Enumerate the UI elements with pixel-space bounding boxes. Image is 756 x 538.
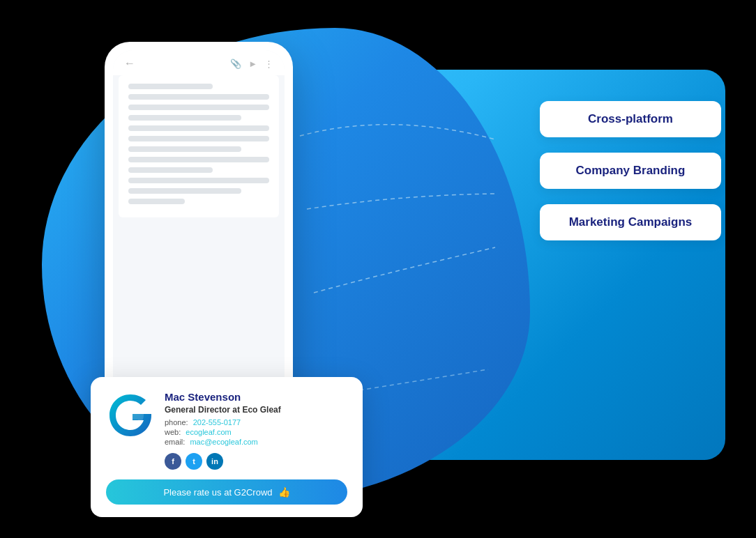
web-label: web: (165, 428, 181, 436)
feature-marketing-campaigns[interactable]: Marketing Campaigns (540, 204, 721, 240)
attachment-icon: 📎 (230, 59, 241, 69)
cta-text: Please rate us at G2Crowd (163, 487, 272, 498)
more-icon: ⋮ (264, 59, 273, 69)
content-line (128, 188, 241, 194)
back-arrow-icon: ← (124, 57, 135, 70)
scene: ← 📎 ► ⋮ (0, 0, 756, 538)
sig-name: Mac Stevenson (165, 391, 281, 403)
phone-label: phone: (165, 418, 188, 426)
content-line (128, 84, 213, 89)
feature-company-branding[interactable]: Company Branding (540, 153, 721, 189)
content-line (128, 146, 241, 152)
content-line (128, 136, 269, 141)
feature-label-text: Cross-platform (588, 112, 673, 125)
feature-cross-platform[interactable]: Cross-platform (540, 101, 721, 137)
thumbs-up-icon: 👍 (278, 486, 290, 498)
content-line (128, 167, 213, 173)
phone-value: 202-555-0177 (193, 418, 241, 426)
sig-header: Mac Stevenson General Director at Eco Gl… (106, 391, 347, 470)
sig-web: web: ecogleaf.com (165, 428, 281, 436)
linkedin-icon[interactable]: in (206, 453, 223, 470)
send-icon: ► (248, 59, 257, 69)
content-line (128, 178, 269, 183)
feature-label-text: Company Branding (576, 164, 686, 177)
sig-title: General Director at Eco Gleaf (165, 405, 281, 415)
company-logo (106, 391, 155, 440)
signature-card: Mac Stevenson General Director at Eco Gl… (91, 377, 363, 517)
email-value: mac@ecogleaf.com (190, 438, 257, 446)
sig-socials: f t in (165, 453, 281, 470)
sig-info: Mac Stevenson General Director at Eco Gl… (165, 391, 281, 470)
sig-phone: phone: 202-555-0177 (165, 418, 281, 426)
content-line (128, 105, 269, 110)
feature-label-text: Marketing Campaigns (569, 215, 693, 229)
cta-button[interactable]: Please rate us at G2Crowd 👍 (106, 479, 347, 505)
twitter-icon[interactable]: t (186, 453, 202, 470)
feature-labels: Cross-platform Company Branding Marketin… (540, 101, 721, 240)
web-value: ecogleaf.com (186, 428, 231, 436)
email-label: email: (165, 438, 185, 446)
sig-email: email: mac@ecogleaf.com (165, 438, 281, 446)
content-line (128, 94, 269, 100)
content-line (128, 125, 269, 131)
content-line (128, 157, 269, 162)
content-line (128, 199, 185, 204)
content-line (128, 115, 241, 121)
facebook-icon[interactable]: f (165, 453, 181, 470)
